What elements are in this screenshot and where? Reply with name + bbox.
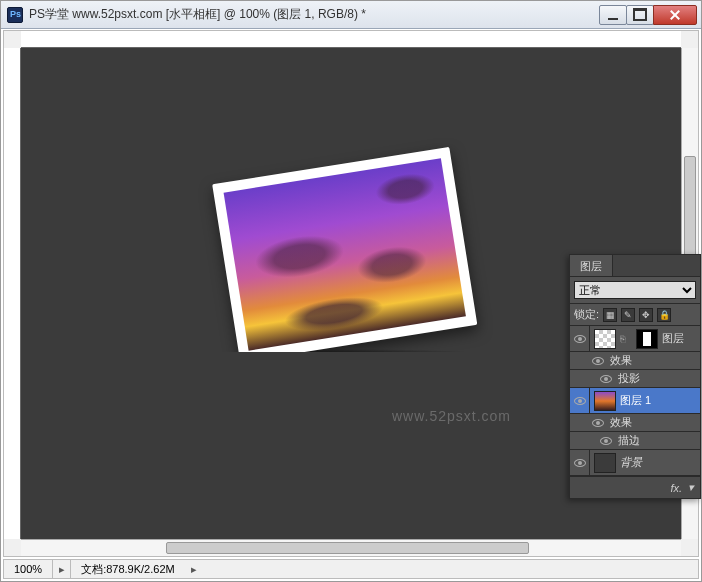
close-button[interactable] (653, 5, 697, 25)
layer-name[interactable]: 图层 1 (620, 393, 651, 408)
eye-icon[interactable] (592, 357, 604, 365)
effects-label: 效果 (610, 415, 632, 430)
horizontal-scrollbar[interactable] (21, 539, 681, 556)
layer-thumbnail[interactable] (594, 329, 616, 349)
layer-mask-thumbnail[interactable] (636, 329, 658, 349)
eye-icon (574, 459, 586, 467)
layer-row[interactable]: 图层 1 (570, 388, 700, 414)
docinfo-menu-arrow[interactable]: ▸ (185, 560, 203, 578)
doc-size-value: 878.9K/2.62M (106, 563, 175, 575)
zoom-level[interactable]: 100% (4, 560, 53, 578)
lock-label: 锁定: (574, 307, 599, 322)
fx-button[interactable]: fx. (670, 482, 682, 494)
status-bar: 100% ▸ 文档: 878.9K/2.62M ▸ (3, 559, 699, 579)
layer-name[interactable]: 图层 (662, 331, 684, 346)
minimize-button[interactable] (599, 5, 627, 25)
ruler-horizontal[interactable] (21, 31, 681, 48)
visibility-toggle[interactable] (570, 450, 590, 475)
footer-arrow-icon[interactable]: ▾ (688, 481, 694, 494)
layer-effects-row[interactable]: 效果 (570, 414, 700, 432)
effects-label: 效果 (610, 353, 632, 368)
photoshop-icon (7, 7, 23, 23)
window-controls (600, 5, 697, 25)
layer-effects-row[interactable]: 效果 (570, 352, 700, 370)
panel-tabs: 图层 (570, 255, 700, 277)
layer-row[interactable]: ⎘ 图层 (570, 326, 700, 352)
visibility-toggle[interactable] (570, 326, 590, 351)
blend-mode-row: 正常 (570, 277, 700, 304)
layers-panel: 图层 正常 锁定: ▦ ✎ ✥ 🔒 ⎘ 图层 效果 投影 图层 1 效果 (569, 254, 701, 499)
layer-thumbnail[interactable] (594, 391, 616, 411)
tab-layers[interactable]: 图层 (570, 255, 613, 276)
layer-row[interactable]: 背景 (570, 450, 700, 476)
panel-footer: fx. ▾ (570, 476, 700, 498)
effect-name: 投影 (618, 371, 640, 386)
lock-transparency-icon[interactable]: ▦ (603, 308, 617, 322)
doc-size-label: 文档: (81, 562, 106, 577)
blend-mode-select[interactable]: 正常 (574, 281, 696, 299)
link-icon: ⎘ (620, 332, 630, 346)
photo-border (212, 146, 477, 361)
eye-icon[interactable] (600, 375, 612, 383)
lock-all-icon[interactable]: 🔒 (657, 308, 671, 322)
layer-name[interactable]: 背景 (620, 455, 642, 470)
photo-frame (212, 146, 477, 361)
visibility-toggle[interactable] (570, 388, 590, 413)
effect-name: 描边 (618, 433, 640, 448)
eye-icon (574, 335, 586, 343)
window-titlebar: PS学堂 www.52psxt.com [水平相框] @ 100% (图层 1,… (1, 1, 701, 29)
scrollbar-thumb[interactable] (166, 542, 529, 554)
layer-effect-item[interactable]: 描边 (570, 432, 700, 450)
eye-icon (574, 397, 586, 405)
zoom-menu-arrow[interactable]: ▸ (53, 560, 71, 578)
lock-pixels-icon[interactable]: ✎ (621, 308, 635, 322)
watermark-text: www.52psxt.com (392, 408, 511, 424)
photo-image (224, 158, 466, 350)
lock-row: 锁定: ▦ ✎ ✥ 🔒 (570, 304, 700, 326)
window-title: PS学堂 www.52psxt.com [水平相框] @ 100% (图层 1,… (29, 6, 600, 23)
layer-thumbnail[interactable] (594, 453, 616, 473)
ruler-vertical[interactable] (4, 48, 21, 539)
eye-icon[interactable] (600, 437, 612, 445)
lock-position-icon[interactable]: ✥ (639, 308, 653, 322)
eye-icon[interactable] (592, 419, 604, 427)
maximize-button[interactable] (626, 5, 654, 25)
layer-effect-item[interactable]: 投影 (570, 370, 700, 388)
